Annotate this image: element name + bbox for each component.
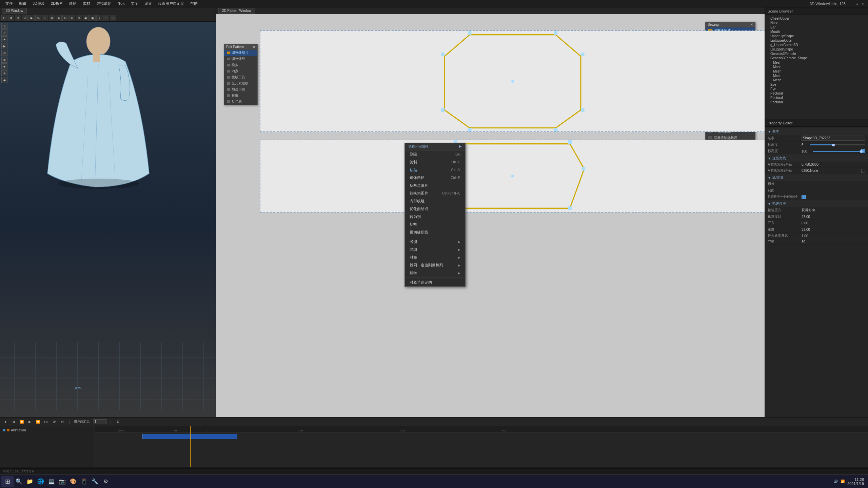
pattern-shape-top[interactable] [260,30,766,132]
3d-view-btn-6[interactable]: ⊞ [1,57,7,63]
scene-item-2[interactable]: Ear [765,25,868,29]
menu-item-edit[interactable]: 编辑 [16,0,29,7]
menu-item-2d[interactable]: 2D板片 [48,0,66,7]
3d-tool-9[interactable]: ◈ [56,15,62,21]
minimize-button[interactable]: ─ [848,1,853,6]
3d-tool-10[interactable]: ⊛ [62,15,68,21]
3d-view-btn-9[interactable]: ◉ [1,77,7,83]
prop-section-basic-header[interactable]: ▼ 基本 [765,128,868,135]
menu-item-3d[interactable]: 3D服装 [30,0,47,7]
pattern-shape-bottom[interactable] [260,140,766,212]
taskbar-app-6[interactable]: ⚙ [100,476,111,487]
menu-item-file[interactable]: 文件 [3,0,16,7]
scene-item-19[interactable]: Pectoral [765,100,868,104]
ctx-cover-sewing[interactable]: 覆切缝纫线 [405,228,465,236]
2d-window-tab[interactable]: 2D Pattern Window [218,8,255,14]
menu-item-help[interactable]: 帮助 [188,0,200,7]
fast-forward-btn[interactable]: ⏭ [43,419,49,425]
3d-tool-17[interactable]: ⊟ [110,15,116,21]
3d-tool-5[interactable]: ▶ [28,15,35,21]
menu-item-material[interactable]: 素材 [80,0,93,7]
scene-item-14[interactable]: Mesh [765,78,868,82]
prev-frame-btn[interactable]: ⏪ [19,419,24,425]
taskbar-app-5[interactable]: 🔧 [90,476,100,487]
settings-btn[interactable]: ⚙ [115,419,121,425]
play-btn[interactable]: ● [3,419,8,425]
3d-tool-11[interactable]: ⊜ [69,15,75,21]
3d-window-tab[interactable]: 3D Window [2,8,27,14]
3d-view-btn-5[interactable]: ◎ [1,50,7,56]
3d-tool-8[interactable]: ⊠ [49,15,55,21]
menu-item-text[interactable]: 文字 [128,0,141,7]
ep-item-2[interactable]: 调整缝线 [224,56,257,62]
loop-btn[interactable]: ⊘ [60,419,65,425]
prop-section-2d-header[interactable]: ▼ 2D定量 [765,174,868,181]
ctx-optimize-node[interactable]: 优化面结点 [405,205,465,213]
scene-item-18[interactable]: Pectoral [765,96,868,100]
taskbar-explorer[interactable]: 📁 [24,476,35,487]
sym-checkbox[interactable] [861,169,865,173]
ep-item-4[interactable]: 内点 [224,68,257,74]
playhead[interactable] [190,426,191,467]
menu-item-user-settings[interactable]: 设置用户自定义 [155,0,187,7]
menu-item-sewing[interactable]: 缝纫 [66,0,79,7]
3d-tool-13[interactable]: ◉ [83,15,89,21]
ctx-reverse-edge[interactable]: 反向边缘片 [405,182,465,189]
scene-item-15[interactable]: Eye [765,82,868,87]
3d-view-btn-3[interactable]: ⊕ [1,36,7,42]
ep-item-5[interactable]: 模版工具 [224,74,257,80]
3d-tool-15[interactable]: ◊ [96,15,102,21]
maximize-button[interactable]: □ [854,1,859,6]
ctx-paste[interactable]: 粘贴 Ctrl+V [405,166,465,174]
ep-item-6[interactable]: 全元素缝纫 [224,80,257,86]
3d-tool-14[interactable]: ▣ [90,15,96,21]
3d-view-btn-4[interactable]: ▶ [1,43,7,49]
scene-item-7[interactable]: LsUpperShape [765,47,868,52]
scene-item-4[interactable]: UpperLipShape [765,34,868,38]
scene-item-12[interactable]: Mesh [765,69,868,74]
taskbar-browser[interactable]: 🌐 [35,476,46,487]
3d-view-btn-7[interactable]: ◈ [1,63,7,69]
start-button[interactable]: ⊞ [1,476,14,487]
scene-item-1[interactable]: Nose [765,21,868,25]
viewport-3d[interactable]: ≋ 225 [0,14,216,430]
menu-item-display[interactable]: 显示 [115,0,127,7]
ep-item-1[interactable]: 调整缝纫片 [224,50,257,56]
play-pause-btn[interactable]: ▶ [27,419,33,425]
ctx-copy[interactable]: 复制 Ctrl+C [405,158,465,166]
scene-item-10[interactable]: Mesh [765,60,868,65]
menu-item-trial[interactable]: 虚拟试穿 [94,0,114,7]
clock[interactable]: 11:28 2021/1/19 [847,477,864,486]
ep-item-3[interactable]: 模拟 [224,62,257,68]
scene-item-13[interactable]: Mesh [765,74,868,78]
scene-item-17[interactable]: Pectoral [765,91,868,96]
prop-slider-1[interactable] [810,144,865,145]
sewing-panel-1-close[interactable]: ✕ [750,23,753,26]
scene-item-3[interactable]: Mouth [765,29,868,34]
3d-tool-4[interactable]: ⊘ [22,15,28,21]
scene-item-6[interactable]: g_UpperCorner3D [765,43,868,47]
ctx-select-to[interactable]: 对象至选定的 [405,279,465,286]
ctx-convert-to[interactable]: 转为别 [405,213,465,221]
3d-tool-12[interactable]: ⊝ [76,15,82,21]
scene-item-0[interactable]: CheekUpper [765,16,868,21]
3d-tool-2[interactable]: ↺ [8,15,14,21]
ctx-align[interactable]: 对布 ▶ [405,253,465,261]
3d-tool-16[interactable]: ◌ [103,15,109,21]
ep-item-8[interactable]: 拉链 [224,93,257,99]
timeline-track[interactable]: -100.00 -30 0 100 200 300 [95,426,868,467]
rewind-btn[interactable]: ⏮ [11,419,16,425]
3d-tool-3[interactable]: ⊕ [15,15,21,21]
volume-icon[interactable]: 🔊 [834,480,838,483]
ctx-mirror-paste[interactable]: 镜像粘贴 Ctrl+R [405,174,465,182]
ep-item-9[interactable]: 反勾助 [224,99,257,105]
3d-tool-1[interactable]: ⊙ [1,15,7,21]
scene-item-11[interactable]: Mesh [765,65,868,69]
scene-item-9[interactable]: Genesis3Female_Shape [765,56,868,60]
ctx-flip[interactable]: 翻转 ▶ [405,269,465,277]
3d-view-btn-1[interactable]: ⊙ [1,23,7,29]
ctx-sewing-2[interactable]: 缝纫 ▶ [405,246,465,253]
scene-item-16[interactable]: Eye [765,87,868,91]
prop-slider-2[interactable] [813,151,860,152]
ctx-cut[interactable]: 切割 [405,221,465,228]
